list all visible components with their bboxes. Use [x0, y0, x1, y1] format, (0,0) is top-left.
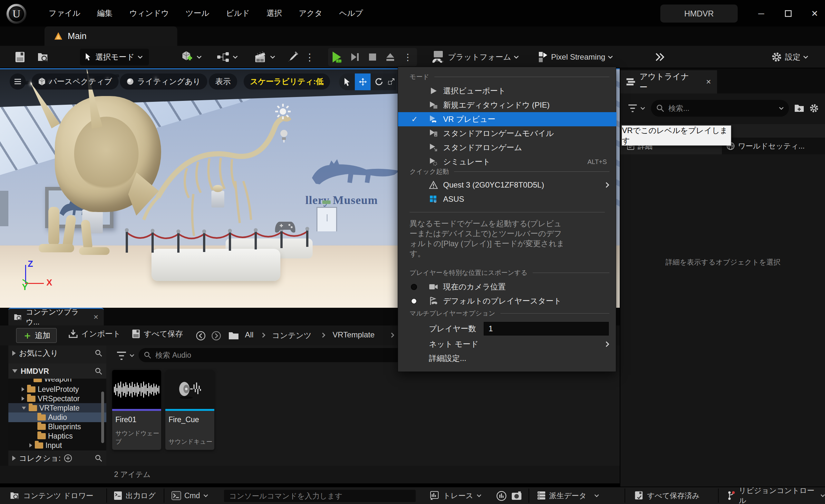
filter-icon[interactable]: [116, 351, 127, 360]
add-collection-icon[interactable]: [64, 454, 72, 462]
back-icon[interactable]: [196, 331, 206, 341]
tree-item-haptics[interactable]: Haptics: [8, 431, 106, 441]
all-saved-button[interactable]: すべて保存済み: [634, 487, 700, 504]
menu-item-net-mode[interactable]: ネット モード: [398, 337, 616, 351]
menu-item-vr-preview[interactable]: ✓ VR プレビュー: [398, 112, 616, 126]
menu-edit[interactable]: 編集: [95, 8, 115, 18]
menu-item-default-player-start[interactable]: デフォルトのプレイヤースタート: [398, 294, 616, 308]
collections-section[interactable]: コレクショ:: [8, 450, 106, 465]
tree-item-levelprototyping[interactable]: LevelPrototy: [8, 384, 106, 394]
menu-item-advanced-settings[interactable]: 詳細設定...: [398, 351, 616, 365]
player-count-input[interactable]: 1: [484, 322, 609, 336]
select-tool-button[interactable]: [339, 73, 355, 90]
import-button[interactable]: インポート: [68, 326, 121, 342]
play-button[interactable]: [328, 48, 346, 66]
tree-item-vrtemplate[interactable]: VRTemplate: [8, 403, 106, 413]
favorites-section[interactable]: お気に入り: [8, 346, 106, 361]
sun-light-sprite[interactable]: [275, 103, 291, 120]
close-tab-icon[interactable]: ✕: [93, 313, 99, 321]
console-command-input[interactable]: コンソールコマンドを入力します: [224, 490, 416, 502]
unreal-logo-icon[interactable]: U: [6, 4, 26, 24]
menu-actor[interactable]: アクタ: [297, 8, 324, 18]
search-icon[interactable]: [95, 454, 102, 462]
cinematics-button[interactable]: [254, 46, 275, 68]
viewport-options-menu[interactable]: [10, 73, 26, 90]
tab-main-level[interactable]: Main: [45, 26, 177, 46]
chevron-down-icon[interactable]: [640, 107, 645, 110]
menu-item-asus[interactable]: u ASUS: [398, 192, 616, 206]
screenshot-icon[interactable]: [511, 491, 522, 501]
forward-icon[interactable]: [211, 331, 221, 341]
rotate-tool-button[interactable]: [371, 73, 386, 90]
chevron-down-icon[interactable]: [130, 354, 134, 357]
content-browser-button[interactable]: [37, 46, 49, 68]
menu-item-quest3[interactable]: Quest 3 (2G0YC1ZF8T0D5L): [398, 178, 616, 192]
trace-dropdown[interactable]: トレース: [430, 487, 481, 504]
tree-item-input[interactable]: Input: [8, 440, 106, 450]
menu-item-standalone-mobile[interactable]: スタンドアロンゲームモバイル: [398, 126, 616, 141]
eject-button[interactable]: [381, 48, 399, 66]
menu-file[interactable]: ファイル: [47, 8, 82, 18]
minimize-button[interactable]: ─: [754, 7, 768, 20]
maximize-button[interactable]: [781, 7, 795, 20]
save-button[interactable]: [14, 46, 25, 68]
lamp-sprite[interactable]: [278, 129, 290, 143]
tree-scrollbar[interactable]: [101, 391, 104, 443]
tab-world-settings[interactable]: ワールドセッティ...: [722, 138, 825, 154]
tab-outliner[interactable]: アウトライナー ✕: [620, 70, 717, 93]
menu-item-standalone-game[interactable]: スタンドアロンゲーム: [398, 141, 616, 155]
project-root-section[interactable]: HMDVR: [8, 363, 106, 379]
menu-select[interactable]: 選択: [265, 8, 284, 18]
menu-window[interactable]: ウィンドウ: [127, 8, 171, 18]
breadcrumb-vrtemplate[interactable]: VRTemplate: [332, 330, 374, 339]
content-drawer-button[interactable]: コンテンツ ドロワー: [10, 487, 93, 504]
breadcrumb-content[interactable]: コンテンツ: [272, 330, 312, 341]
add-button[interactable]: ＋ 追加: [16, 328, 57, 343]
save-all-button[interactable]: すべて保存: [132, 326, 183, 342]
menu-item-new-editor-window[interactable]: 新規エディタウィンドウ (PIE): [398, 98, 616, 112]
asset-fire01[interactable]: Fire01 サウンドウェーブ: [112, 370, 161, 450]
menu-help[interactable]: ヘルプ: [338, 8, 365, 18]
settings-dropdown[interactable]: 設定: [771, 46, 808, 68]
output-log-button[interactable]: 出力ログ: [114, 487, 156, 504]
revision-control-dropdown[interactable]: リビジョンコントロール: [727, 487, 825, 504]
gear-icon[interactable]: [809, 103, 819, 114]
search-icon[interactable]: [95, 349, 102, 357]
menu-item-simulate[interactable]: シミュレート ALT+S: [398, 155, 616, 169]
pixel-streaming-dropdown[interactable]: Pixel Streaming: [537, 46, 613, 68]
tree-item-blueprints[interactable]: Blueprints: [8, 422, 106, 431]
stop-button[interactable]: [364, 48, 381, 66]
menu-item-selected-viewport[interactable]: 選択ビューポート: [398, 84, 616, 98]
move-tool-button[interactable]: [355, 73, 371, 90]
add-actor-button[interactable]: [180, 46, 202, 68]
blueprints-button[interactable]: [217, 46, 238, 68]
asset-fire-cue[interactable]: Fire_Cue サウンドキュー: [165, 370, 214, 450]
tree-item-weapon[interactable]: Weapon: [8, 379, 106, 384]
perspective-dropdown[interactable]: パースペクティブ: [31, 73, 119, 90]
toolbar-overflow-dots[interactable]: ⋮: [305, 46, 315, 68]
scalability-warning-pill[interactable]: スケーラビリティ:低: [244, 73, 330, 90]
cmd-dropdown[interactable]: Cmd: [171, 487, 208, 504]
tree-item-audio[interactable]: Audio: [8, 413, 106, 422]
menu-item-current-camera[interactable]: 現在のカメラ位置: [398, 280, 616, 294]
add-folder-icon[interactable]: [794, 103, 804, 113]
select-mode-dropdown[interactable]: 選択モード: [80, 49, 149, 65]
toolbar-expand-chevrons[interactable]: [654, 46, 665, 68]
view-mode-dropdown[interactable]: ライティングあり: [120, 73, 207, 90]
menu-build[interactable]: ビルド: [224, 8, 252, 18]
landscape-paint-button[interactable]: [286, 46, 299, 68]
tab-content-browser[interactable]: コンテンツブラウ... ✕: [8, 308, 104, 326]
close-button[interactable]: ✕: [808, 7, 822, 20]
filter-icon[interactable]: [627, 104, 638, 113]
frame-skip-button[interactable]: [346, 48, 364, 66]
stat-circle-icon[interactable]: [496, 491, 507, 501]
show-dropdown[interactable]: 表示: [209, 73, 237, 90]
play-options-dots[interactable]: ⋮: [399, 48, 417, 66]
derived-data-dropdown[interactable]: 派生データ: [537, 487, 599, 504]
menu-tools[interactable]: ツール: [184, 8, 211, 18]
tree-item-vrspectator[interactable]: VRSpectator: [8, 394, 106, 404]
outliner-search-input[interactable]: 検索...: [651, 100, 789, 117]
gamepad-sprite[interactable]: [274, 220, 297, 236]
breadcrumb-all[interactable]: All: [245, 330, 253, 339]
scale-tool-button[interactable]: [386, 73, 396, 90]
